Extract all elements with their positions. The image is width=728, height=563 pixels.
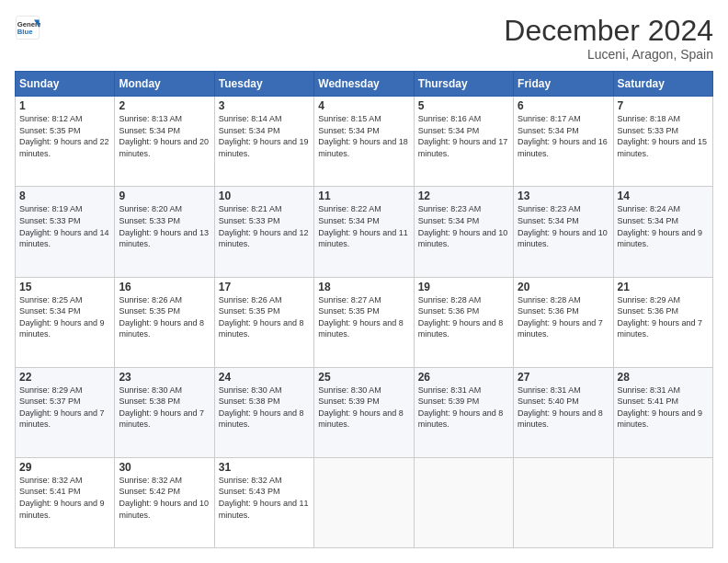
day-number: 30	[119, 461, 210, 474]
col-tuesday: Tuesday	[214, 72, 313, 97]
day-number: 21	[618, 281, 709, 293]
table-row: 14Sunrise: 8:24 AMSunset: 5:34 PMDayligh…	[613, 187, 712, 277]
day-number: 3	[219, 99, 310, 112]
day-info: Sunrise: 8:32 AMSunset: 5:43 PMDaylight:…	[219, 475, 310, 521]
table-row: 28Sunrise: 8:31 AMSunset: 5:41 PMDayligh…	[613, 367, 712, 457]
calendar-week-row: 22Sunrise: 8:29 AMSunset: 5:37 PMDayligh…	[16, 367, 713, 457]
day-number: 19	[418, 281, 509, 293]
day-number: 6	[518, 99, 609, 112]
table-row: 13Sunrise: 8:23 AMSunset: 5:34 PMDayligh…	[514, 187, 613, 277]
day-number: 20	[518, 281, 609, 293]
table-row: 22Sunrise: 8:29 AMSunset: 5:37 PMDayligh…	[16, 367, 115, 457]
calendar-table: Sunday Monday Tuesday Wednesday Thursday…	[15, 71, 713, 548]
day-info: Sunrise: 8:30 AMSunset: 5:39 PMDaylight:…	[318, 385, 409, 431]
table-row: 4Sunrise: 8:15 AMSunset: 5:34 PMDaylight…	[314, 97, 414, 187]
day-info: Sunrise: 8:29 AMSunset: 5:37 PMDaylight:…	[19, 385, 110, 431]
day-number: 24	[219, 371, 310, 384]
calendar-header-row: Sunday Monday Tuesday Wednesday Thursday…	[16, 72, 713, 97]
table-row: 16Sunrise: 8:26 AMSunset: 5:35 PMDayligh…	[115, 277, 214, 367]
table-row: 15Sunrise: 8:25 AMSunset: 5:34 PMDayligh…	[16, 277, 115, 367]
day-number: 31	[219, 461, 310, 474]
day-number: 12	[418, 190, 509, 202]
day-number: 5	[418, 99, 509, 112]
table-row: 2Sunrise: 8:13 AMSunset: 5:34 PMDaylight…	[115, 97, 214, 187]
day-info: Sunrise: 8:20 AMSunset: 5:33 PMDaylight:…	[119, 203, 210, 249]
col-friday: Friday	[514, 72, 613, 97]
table-row: 21Sunrise: 8:29 AMSunset: 5:36 PMDayligh…	[613, 277, 712, 367]
day-number: 29	[19, 461, 110, 474]
day-info: Sunrise: 8:14 AMSunset: 5:34 PMDaylight:…	[219, 113, 310, 159]
day-info: Sunrise: 8:27 AMSunset: 5:35 PMDaylight:…	[318, 294, 409, 340]
title-block: December 2024 Luceni, Aragon, Spain	[504, 15, 713, 62]
day-number: 27	[518, 371, 609, 384]
table-row: 5Sunrise: 8:16 AMSunset: 5:34 PMDaylight…	[414, 97, 513, 187]
table-row: 7Sunrise: 8:18 AMSunset: 5:33 PMDaylight…	[613, 97, 712, 187]
day-info: Sunrise: 8:29 AMSunset: 5:36 PMDaylight:…	[618, 294, 709, 340]
day-number: 17	[219, 281, 310, 293]
day-info: Sunrise: 8:26 AMSunset: 5:35 PMDaylight:…	[119, 294, 210, 340]
day-info: Sunrise: 8:30 AMSunset: 5:38 PMDaylight:…	[219, 385, 310, 431]
table-row: 27Sunrise: 8:31 AMSunset: 5:40 PMDayligh…	[514, 367, 613, 457]
day-info: Sunrise: 8:21 AMSunset: 5:33 PMDaylight:…	[219, 203, 310, 249]
day-info: Sunrise: 8:32 AMSunset: 5:41 PMDaylight:…	[19, 475, 110, 521]
col-saturday: Saturday	[613, 72, 712, 97]
day-info: Sunrise: 8:25 AMSunset: 5:34 PMDaylight:…	[19, 294, 110, 340]
table-row: 1Sunrise: 8:12 AMSunset: 5:35 PMDaylight…	[16, 97, 115, 187]
subtitle: Luceni, Aragon, Spain	[504, 47, 713, 62]
day-number: 1	[19, 99, 110, 112]
table-row	[514, 457, 613, 547]
main-title: December 2024	[504, 15, 713, 47]
day-info: Sunrise: 8:19 AMSunset: 5:33 PMDaylight:…	[19, 203, 110, 249]
day-number: 18	[318, 281, 409, 293]
day-info: Sunrise: 8:12 AMSunset: 5:35 PMDaylight:…	[19, 113, 110, 159]
day-number: 8	[19, 190, 110, 202]
day-number: 13	[518, 190, 609, 202]
day-info: Sunrise: 8:31 AMSunset: 5:39 PMDaylight:…	[418, 385, 509, 431]
table-row: 31Sunrise: 8:32 AMSunset: 5:43 PMDayligh…	[214, 457, 313, 547]
day-info: Sunrise: 8:17 AMSunset: 5:34 PMDaylight:…	[518, 113, 609, 159]
day-info: Sunrise: 8:22 AMSunset: 5:34 PMDaylight:…	[318, 203, 409, 249]
day-info: Sunrise: 8:31 AMSunset: 5:41 PMDaylight:…	[618, 385, 709, 431]
day-number: 2	[119, 99, 210, 112]
logo: General Blue	[15, 15, 40, 40]
day-info: Sunrise: 8:23 AMSunset: 5:34 PMDaylight:…	[418, 203, 509, 249]
table-row	[414, 457, 513, 547]
day-info: Sunrise: 8:30 AMSunset: 5:38 PMDaylight:…	[119, 385, 210, 431]
header: General Blue December 2024 Luceni, Arago…	[15, 15, 713, 62]
day-number: 28	[618, 371, 709, 384]
svg-text:Blue: Blue	[17, 28, 33, 36]
day-number: 14	[618, 190, 709, 202]
table-row: 11Sunrise: 8:22 AMSunset: 5:34 PMDayligh…	[314, 187, 414, 277]
table-row: 8Sunrise: 8:19 AMSunset: 5:33 PMDaylight…	[16, 187, 115, 277]
day-number: 22	[19, 371, 110, 384]
table-row: 24Sunrise: 8:30 AMSunset: 5:38 PMDayligh…	[214, 367, 313, 457]
table-row: 3Sunrise: 8:14 AMSunset: 5:34 PMDaylight…	[214, 97, 313, 187]
calendar-week-row: 15Sunrise: 8:25 AMSunset: 5:34 PMDayligh…	[16, 277, 713, 367]
day-info: Sunrise: 8:31 AMSunset: 5:40 PMDaylight:…	[518, 385, 609, 431]
day-info: Sunrise: 8:32 AMSunset: 5:42 PMDaylight:…	[119, 475, 210, 521]
day-number: 11	[318, 190, 409, 202]
day-info: Sunrise: 8:16 AMSunset: 5:34 PMDaylight:…	[418, 113, 509, 159]
logo-icon: General Blue	[15, 15, 40, 40]
table-row: 30Sunrise: 8:32 AMSunset: 5:42 PMDayligh…	[115, 457, 214, 547]
day-info: Sunrise: 8:18 AMSunset: 5:33 PMDaylight:…	[618, 113, 709, 159]
day-info: Sunrise: 8:15 AMSunset: 5:34 PMDaylight:…	[318, 113, 409, 159]
table-row: 25Sunrise: 8:30 AMSunset: 5:39 PMDayligh…	[314, 367, 414, 457]
table-row: 9Sunrise: 8:20 AMSunset: 5:33 PMDaylight…	[115, 187, 214, 277]
table-row: 6Sunrise: 8:17 AMSunset: 5:34 PMDaylight…	[514, 97, 613, 187]
day-info: Sunrise: 8:24 AMSunset: 5:34 PMDaylight:…	[618, 203, 709, 249]
day-info: Sunrise: 8:23 AMSunset: 5:34 PMDaylight:…	[518, 203, 609, 249]
day-number: 7	[618, 99, 709, 112]
col-thursday: Thursday	[414, 72, 513, 97]
table-row: 23Sunrise: 8:30 AMSunset: 5:38 PMDayligh…	[115, 367, 214, 457]
day-info: Sunrise: 8:28 AMSunset: 5:36 PMDaylight:…	[518, 294, 609, 340]
day-number: 10	[219, 190, 310, 202]
calendar-week-row: 29Sunrise: 8:32 AMSunset: 5:41 PMDayligh…	[16, 457, 713, 547]
calendar-week-row: 8Sunrise: 8:19 AMSunset: 5:33 PMDaylight…	[16, 187, 713, 277]
col-monday: Monday	[115, 72, 214, 97]
table-row: 19Sunrise: 8:28 AMSunset: 5:36 PMDayligh…	[414, 277, 513, 367]
day-number: 16	[119, 281, 210, 293]
day-number: 26	[418, 371, 509, 384]
table-row: 29Sunrise: 8:32 AMSunset: 5:41 PMDayligh…	[16, 457, 115, 547]
page: General Blue December 2024 Luceni, Arago…	[0, 0, 728, 563]
